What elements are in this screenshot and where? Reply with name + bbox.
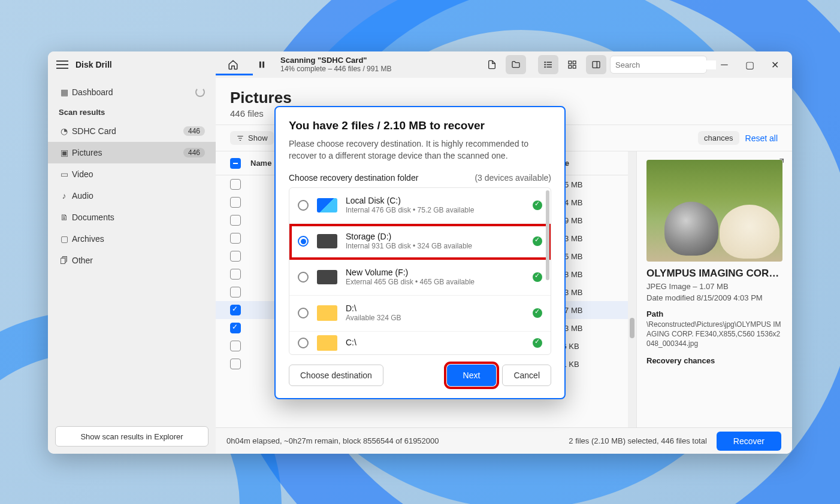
- drive-icon: [317, 234, 337, 248]
- radio-button[interactable]: [298, 338, 309, 348]
- modal-title: You have 2 files / 2.10 MB to recover: [289, 119, 551, 132]
- modal-backdrop: You have 2 files / 2.10 MB to recover Pl…: [48, 51, 792, 454]
- modal-description: Please choose recovery destination. It i…: [289, 138, 551, 162]
- destination-option[interactable]: Local Disk (C:)Internal 476 GB disk • 75…: [289, 188, 551, 224]
- drive-icon: [317, 305, 337, 321]
- choose-destination-button[interactable]: Choose destination: [289, 365, 383, 386]
- modal-choose-label: Choose recovery destination folder: [289, 173, 418, 183]
- destination-name: Storage (D:): [346, 232, 524, 242]
- destination-name: New Volume (F:): [346, 268, 524, 278]
- destination-detail: External 465 GB disk • 465 GB available: [346, 278, 524, 287]
- destination-detail: Internal 931 GB disk • 324 GB available: [346, 242, 524, 251]
- recovery-destination-modal: You have 2 files / 2.10 MB to recover Pl…: [274, 106, 566, 399]
- status-ok-icon: [533, 338, 542, 348]
- radio-button[interactable]: [298, 308, 309, 318]
- drive-icon: [317, 335, 337, 351]
- destination-option[interactable]: D:\Available 324 GB: [289, 296, 551, 332]
- radio-button[interactable]: [298, 272, 309, 283]
- destination-name: Local Disk (C:): [346, 196, 524, 207]
- radio-button[interactable]: [298, 236, 309, 247]
- drive-icon: [317, 198, 337, 212]
- next-button[interactable]: Next: [447, 365, 497, 386]
- modal-scrollbar[interactable]: [546, 190, 549, 280]
- status-ok-icon: [533, 308, 542, 318]
- destination-name: C:\: [346, 338, 524, 348]
- status-ok-icon: [533, 236, 542, 246]
- modal-device-count: (3 devices available): [475, 173, 551, 183]
- destination-option[interactable]: Storage (D:)Internal 931 GB disk • 324 G…: [289, 224, 551, 260]
- status-ok-icon: [533, 201, 542, 210]
- radio-button[interactable]: [298, 200, 309, 211]
- destination-detail: Available 324 GB: [346, 314, 524, 323]
- destination-detail: Internal 476 GB disk • 75.2 GB available: [346, 206, 524, 215]
- destination-name: D:\: [346, 303, 524, 314]
- destination-option[interactable]: C:\: [289, 332, 551, 355]
- destination-option[interactable]: New Volume (F:)External 465 GB disk • 46…: [289, 260, 551, 296]
- drive-icon: [317, 270, 337, 284]
- app-window: Disk Drill Scanning "SDHC Card" 14% comp…: [48, 51, 792, 454]
- status-ok-icon: [533, 272, 542, 282]
- cancel-button[interactable]: Cancel: [502, 365, 551, 386]
